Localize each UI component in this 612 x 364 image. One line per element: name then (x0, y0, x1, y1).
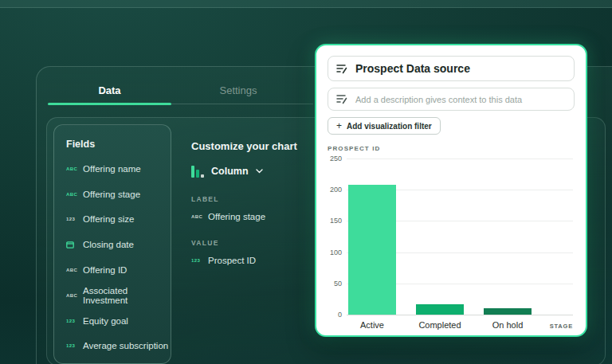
abc-icon: ABC (66, 268, 77, 272)
gridline (347, 159, 573, 159)
top-strip (0, 0, 612, 8)
filter-button-label: Add visualization filter (347, 122, 432, 131)
chart-value-axis-title: PROSPECT ID (328, 145, 575, 152)
bar-on-hold (484, 308, 532, 315)
y-axis-tick: 50 (328, 280, 342, 288)
tab-data[interactable]: Data (48, 76, 171, 104)
y-axis-tick: 200 (328, 186, 342, 194)
field-item[interactable]: 123Offering size (66, 207, 171, 233)
value-field-chip[interactable]: 123 Prospect ID (191, 256, 312, 265)
x-axis-label: Completed (418, 320, 461, 330)
customize-section: Customize your chart Column LABEL ABC Of… (191, 140, 312, 265)
field-item-label: Closing date (83, 240, 134, 249)
label-field-name: Offering stage (208, 212, 265, 221)
numeric-icon: 123 (66, 217, 77, 221)
fields-title: Fields (66, 139, 171, 150)
plus-icon: + (336, 121, 342, 131)
edit-text-icon (336, 93, 348, 105)
field-item[interactable]: ABCAssociated Investment (66, 283, 171, 308)
label-section-heading: LABEL (191, 195, 312, 203)
edit-text-icon (336, 63, 348, 75)
tab-settings[interactable]: Settings (171, 76, 305, 104)
chart-category-axis-title: STAGE (550, 323, 573, 330)
field-item-label: Associated Investment (83, 286, 171, 305)
y-axis-tick: 0 (328, 311, 342, 319)
field-item[interactable]: Closing date (66, 232, 171, 257)
field-item-label: Offering ID (83, 265, 127, 275)
numeric-icon: 123 (191, 258, 202, 263)
y-axis-tick: 250 (328, 155, 342, 162)
label-field-chip[interactable]: ABC Offering stage (191, 212, 312, 221)
numeric-icon: 123 (66, 319, 77, 323)
bar-active (348, 185, 396, 315)
column-chart-icon (191, 165, 204, 178)
field-item-label: Offering size (83, 214, 134, 224)
app-screen: Data Settings Fields ABCOffering nameABC… (0, 0, 612, 364)
numeric-icon: 123 (66, 343, 77, 348)
customize-title: Customize your chart (191, 140, 312, 152)
chart-type-selector[interactable]: Column (191, 165, 312, 178)
y-axis-tick: 150 (328, 217, 342, 225)
add-visualization-filter-button[interactable]: + Add visualization filter (328, 117, 441, 135)
abc-icon: ABC (191, 214, 202, 219)
field-item[interactable]: ABCOffering ID (66, 257, 171, 283)
bar-chart: STAGE 050100150200250ActiveCompletedOn h… (328, 159, 575, 339)
title-input-value: Prospect Data source (355, 62, 470, 75)
field-item-label: Average subscription (83, 341, 168, 350)
calendar-icon (66, 241, 77, 249)
x-axis-label: On hold (492, 320, 524, 330)
chevron-down-icon (256, 169, 263, 174)
data-source-card: Prospect Data source Add a description g… (315, 44, 587, 337)
value-field-name: Prospect ID (208, 256, 256, 265)
field-item-label: Equity goal (83, 316, 128, 326)
abc-icon: ABC (66, 166, 77, 171)
field-item[interactable]: ABCOffering stage (66, 182, 171, 207)
abc-icon: ABC (66, 293, 77, 298)
field-item[interactable]: ABCOffering name (66, 156, 171, 182)
field-item[interactable]: 123Average subscription (66, 334, 171, 359)
gridline (347, 315, 573, 315)
chart-type-label: Column (211, 166, 249, 177)
title-input[interactable]: Prospect Data source (328, 56, 575, 81)
field-item-label: Offering name (83, 164, 141, 174)
value-section-heading: VALUE (191, 239, 312, 247)
x-axis-label: Active (360, 320, 384, 330)
description-input[interactable]: Add a description gives context to this … (328, 88, 575, 111)
description-placeholder: Add a description gives context to this … (355, 95, 522, 104)
field-item[interactable]: 123Equity goal (66, 308, 171, 334)
bar-completed (416, 304, 464, 315)
abc-icon: ABC (66, 192, 77, 197)
fields-list: ABCOffering nameABCOffering stage123Offe… (54, 156, 171, 358)
panel-tabs: Data Settings (48, 76, 313, 104)
y-axis-tick: 100 (328, 249, 342, 256)
fields-card: Fields ABCOffering nameABCOffering stage… (53, 124, 171, 364)
field-item-label: Offering stage (83, 190, 140, 199)
